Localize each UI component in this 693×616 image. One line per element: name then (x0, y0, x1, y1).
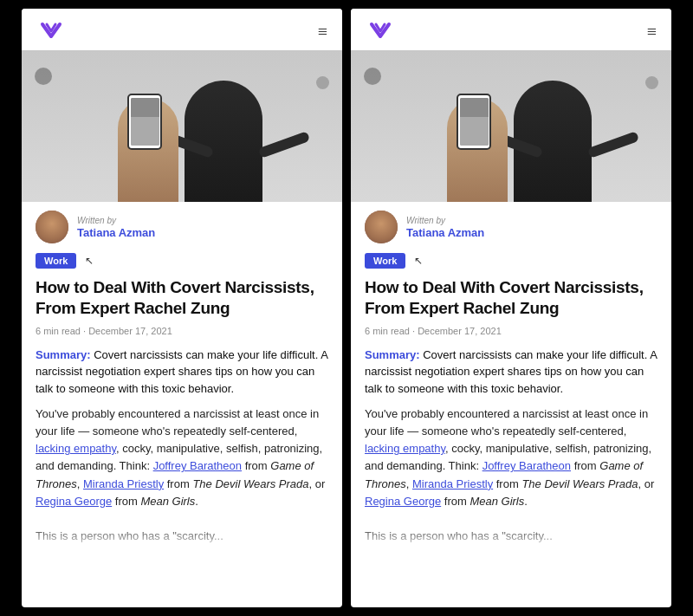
link1-right[interactable]: lacking empathy (365, 442, 445, 455)
article-title-left: How to Deal With Covert Narcissists, Fro… (22, 274, 342, 324)
body4-left: , (77, 477, 83, 490)
author-row-right: Written by Tatiana Azman (351, 202, 671, 249)
body9-right: This is a person who has a "scarcity... (365, 529, 553, 542)
logo-right (365, 21, 396, 42)
hamburger-icon-right[interactable]: ≡ (647, 22, 657, 42)
tag-badge-left[interactable]: Work (36, 253, 76, 269)
body6-left: , or (309, 477, 326, 490)
body3-left: from (242, 459, 270, 472)
logo-left (36, 21, 67, 42)
header-right: ≡ (351, 9, 671, 50)
written-by-left: Written by (77, 216, 155, 225)
meta-row-right: 6 min read · December 17, 2021 (351, 324, 671, 343)
link4-right[interactable]: Regina George (365, 495, 441, 508)
tag-row-right: Work ↖ (351, 249, 671, 274)
header-left: ≡ (22, 9, 342, 50)
hamburger-icon-left[interactable]: ≡ (318, 22, 328, 42)
summary-block-right: Summary: Covert narcissists can make you… (351, 343, 671, 405)
phone-panel-left: ≡ (22, 9, 342, 607)
italic2-left: The Devil Wears Prada (192, 477, 308, 490)
article-image-left (22, 50, 342, 202)
link4-left[interactable]: Regina George (36, 495, 112, 508)
summary-label-right: Summary: (365, 348, 420, 361)
link2-right[interactable]: Joffrey Baratheon (483, 459, 571, 472)
link2-left[interactable]: Joffrey Baratheon (153, 459, 242, 472)
author-name-left[interactable]: Tatiana Azman (77, 226, 155, 239)
body-text-left: You've probably encountered a narcissist… (22, 404, 342, 550)
body-text-right: You've probably encountered a narcissist… (351, 404, 671, 550)
tag-badge-right[interactable]: Work (365, 253, 405, 269)
phone-panel-right: ≡ (351, 9, 671, 607)
body8-left: . (195, 495, 198, 508)
written-by-right: Written by (406, 216, 484, 225)
body5-right: from (493, 477, 521, 490)
link3-left[interactable]: Miranda Priestly (83, 477, 164, 490)
link3-right[interactable]: Miranda Priestly (412, 477, 493, 490)
body7-left: from (112, 495, 140, 508)
author-name-right[interactable]: Tatiana Azman (406, 226, 484, 239)
body8-right: . (524, 495, 528, 508)
italic2-right: The Devil Wears Prada (521, 477, 638, 490)
cursor-right: ↖ (414, 255, 423, 267)
author-info-left: Written by Tatiana Azman (77, 216, 155, 239)
link1-left[interactable]: lacking empathy (36, 442, 116, 455)
body9-left: This is a person who has a "scarcity... (36, 529, 223, 542)
summary-block-left: Summary: Covert narcissists can make you… (22, 343, 342, 405)
meta-row-left: 6 min read · December 17, 2021 (22, 324, 342, 343)
body6-right: , or (638, 477, 655, 490)
italic3-left: Mean Girls (140, 495, 195, 508)
body3-right: from (571, 459, 599, 472)
italic3-right: Mean Girls (470, 495, 524, 508)
summary-label-left: Summary: (36, 348, 91, 361)
article-image-right (351, 50, 671, 202)
tag-row-left: Work ↖ (22, 249, 342, 274)
screenshot-container: ≡ (0, 0, 693, 616)
cursor-left: ↖ (85, 255, 94, 267)
body1-right: You've probably encountered a narcissist… (365, 407, 648, 438)
body5-left: from (164, 477, 192, 490)
author-info-right: Written by Tatiana Azman (406, 216, 484, 239)
author-avatar-left (36, 211, 68, 243)
body4-right: , (406, 477, 412, 490)
body1-left: You've probably encountered a narcissist… (36, 407, 319, 438)
body7-right: from (441, 495, 470, 508)
article-title-right: How to Deal With Covert Narcissists, Fro… (351, 274, 671, 324)
author-avatar-right (365, 211, 398, 243)
author-row-left: Written by Tatiana Azman (22, 202, 342, 249)
